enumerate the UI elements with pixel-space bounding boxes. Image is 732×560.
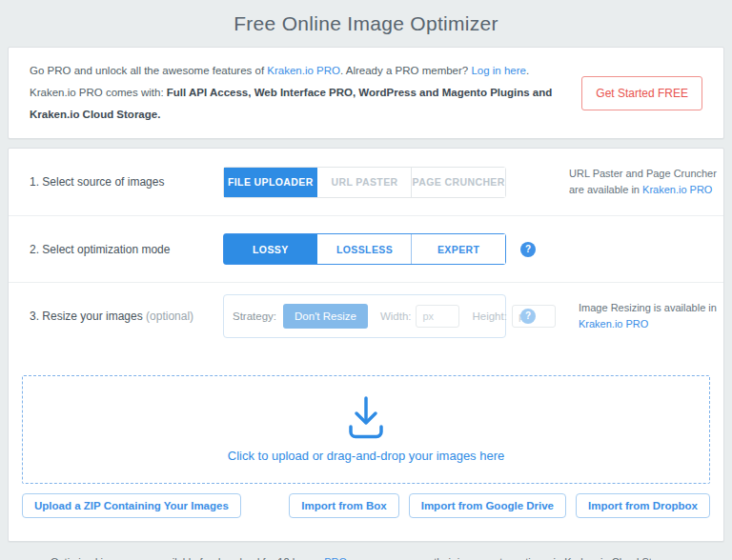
footer-line1-post: can access their images at any time via … xyxy=(376,556,681,560)
footer-line1-pre: Optimized images are available for downl… xyxy=(51,556,324,560)
import-dropbox-button[interactable]: Import from Dropbox xyxy=(576,493,710,518)
pro-banner-text: Go PRO and unlock all the awesome featur… xyxy=(30,60,581,126)
step-resize-row: 3. Resize your images (optional) Strateg… xyxy=(9,282,723,349)
download-arrow-icon xyxy=(341,396,391,440)
mode-help-icon[interactable]: ? xyxy=(520,242,536,257)
resize-pro-note: Image Resizing is available in Kraken.io… xyxy=(579,300,717,332)
step-resize-label-optional: (optional) xyxy=(146,310,193,323)
page-title: Free Online Image Optimizer xyxy=(0,0,732,47)
strategy-label: Strategy: xyxy=(233,310,276,322)
banner-line2-pre: Kraken.io PRO comes with: xyxy=(30,87,167,98)
mode-tabs: LOSSY LOSSLESS EXPERT ? xyxy=(223,233,506,265)
width-label: Width: xyxy=(380,310,412,322)
source-tabs: FILE UPLOADER URL PASTER PAGE CRUNCHER xyxy=(223,167,506,198)
banner-line1-end: . xyxy=(526,65,529,76)
dropzone-text: Click to upload or drag-and-drop your im… xyxy=(228,449,505,463)
tab-lossless[interactable]: LOSSLESS xyxy=(317,234,412,264)
optimizer-panel: 1. Select source of images FILE UPLOADER… xyxy=(8,148,724,542)
step-mode-label: 2. Select optimization mode xyxy=(9,243,223,256)
source-pro-note: URL Paster and Page Cruncher are availab… xyxy=(569,166,717,198)
source-note-line1: URL Paster and Page Cruncher xyxy=(569,166,717,182)
resize-controls: Strategy: Don't Resize Width: Height: ? xyxy=(223,294,506,338)
import-box-button[interactable]: Import from Box xyxy=(289,493,398,518)
step-mode-row: 2. Select optimization mode LOSSY LOSSLE… xyxy=(9,215,723,282)
pro-banner: Go PRO and unlock all the awesome featur… xyxy=(8,47,724,139)
import-google-drive-button[interactable]: Import from Google Drive xyxy=(409,493,566,518)
kraken-pro-link[interactable]: Kraken.io PRO xyxy=(642,184,712,195)
tab-file-uploader[interactable]: FILE UPLOADER xyxy=(224,168,317,197)
resize-help-icon[interactable]: ? xyxy=(520,309,536,324)
tab-lossy[interactable]: LOSSY xyxy=(224,234,317,264)
banner-line1-mid: . Already a PRO member? xyxy=(340,65,471,76)
banner-line-2: Kraken.io PRO comes with: Full API Acces… xyxy=(30,82,581,126)
tab-page-cruncher[interactable]: PAGE CRUNCHER xyxy=(411,168,505,197)
get-started-free-button[interactable]: Get Started FREE xyxy=(581,76,702,110)
kraken-pro-link[interactable]: Kraken.io PRO xyxy=(267,65,340,76)
upload-zip-button[interactable]: Upload a ZIP Containing Your Images xyxy=(22,493,241,518)
footer: Optimized images are available for downl… xyxy=(0,542,732,560)
tab-expert[interactable]: EXPERT xyxy=(411,234,505,264)
width-input[interactable] xyxy=(416,305,459,328)
source-tab-group: FILE UPLOADER URL PASTER PAGE CRUNCHER xyxy=(223,167,506,198)
step-resize-label-main: 3. Resize your images xyxy=(30,310,146,323)
mode-tab-group: LOSSY LOSSLESS EXPERT xyxy=(223,233,506,265)
banner-line1-pre: Go PRO and unlock all the awesome featur… xyxy=(30,65,267,76)
step-source-label: 1. Select source of images xyxy=(9,175,223,189)
height-label: Height: xyxy=(472,310,506,322)
footer-line-1: Optimized images are available for downl… xyxy=(0,556,732,560)
source-note-line2-pre: are available in xyxy=(569,184,642,195)
step-resize-label: 3. Resize your images (optional) xyxy=(9,310,223,323)
resize-panel: Strategy: Don't Resize Width: Height: xyxy=(223,294,506,338)
strategy-dropdown[interactable]: Don't Resize xyxy=(283,304,368,329)
banner-line-1: Go PRO and unlock all the awesome featur… xyxy=(30,60,581,82)
upload-dropzone[interactable]: Click to upload or drag-and-drop your im… xyxy=(22,375,710,484)
kraken-pro-link[interactable]: Kraken.io PRO xyxy=(579,318,648,330)
login-link[interactable]: Log in here xyxy=(471,65,526,76)
pro-users-link[interactable]: PRO users xyxy=(324,556,376,560)
tab-url-paster[interactable]: URL PASTER xyxy=(317,168,412,197)
step-source-row: 1. Select source of images FILE UPLOADER… xyxy=(9,149,723,215)
resize-note-line2: Kraken.io PRO xyxy=(579,316,717,332)
action-button-row: Upload a ZIP Containing Your Images Impo… xyxy=(22,493,710,518)
resize-note-line1: Image Resizing is available in xyxy=(579,300,717,316)
actions-spacer xyxy=(241,493,289,518)
source-note-line2: are available in Kraken.io PRO xyxy=(569,182,717,198)
